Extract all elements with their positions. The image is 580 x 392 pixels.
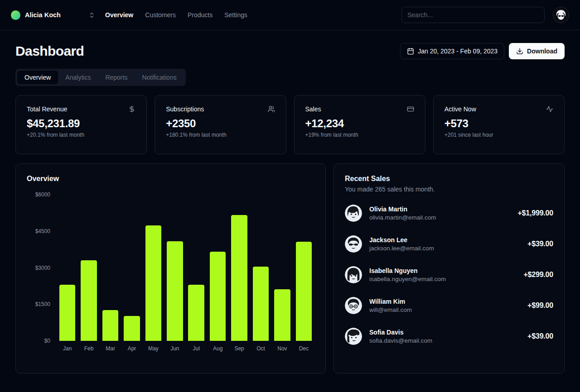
bar-may	[145, 225, 162, 341]
stat-change: +19% from last month	[305, 132, 414, 138]
customer-name: Jackson Lee	[369, 236, 434, 244]
bar-oct	[253, 267, 269, 341]
y-axis-tick: $3000	[35, 265, 50, 271]
search-input[interactable]	[401, 7, 545, 23]
download-label: Download	[527, 48, 557, 55]
stat-card: Sales +12,234 +19% from last month	[294, 95, 425, 154]
bar-jun	[167, 241, 183, 341]
stat-card-title: Subscriptions	[166, 105, 204, 113]
sale-list-item: William Kim will@email.com +$99.00	[345, 297, 553, 314]
stats-grid: Total Revenue $45,231.89 +20.1% from las…	[15, 95, 565, 154]
bar-column	[121, 195, 142, 341]
users-icon	[268, 105, 275, 113]
x-axis-label: Mar	[100, 345, 121, 352]
sale-amount: +$1,999.00	[517, 209, 553, 217]
bar-column	[78, 195, 99, 341]
tab[interactable]: Reports	[98, 71, 135, 84]
chevrons-up-down-icon	[88, 12, 95, 19]
user-avatar[interactable]	[553, 7, 569, 23]
bar-nov	[274, 289, 290, 341]
bar-feb	[81, 260, 97, 341]
x-axis-label: Dec	[293, 345, 314, 352]
x-axis-label: Nov	[271, 345, 293, 352]
chart-x-axis: JanFebMarAprMayJunJulAugSepOctNovDec	[57, 345, 314, 352]
stat-value: +573	[445, 117, 553, 130]
customer-name: William Kim	[369, 298, 412, 305]
recent-sales-title: Recent Sales	[345, 175, 553, 183]
nav-link[interactable]: Customers	[145, 11, 176, 19]
customer-avatar	[345, 297, 362, 314]
x-axis-label: Feb	[78, 345, 99, 352]
stat-card-title: Sales	[305, 105, 321, 113]
x-axis-label: Oct	[250, 345, 271, 352]
customer-email: will@email.com	[369, 306, 412, 313]
sale-amount: +$39.00	[527, 240, 553, 248]
stat-card: Total Revenue $45,231.89 +20.1% from las…	[15, 95, 147, 154]
bar-column	[143, 195, 164, 341]
bar-jan	[59, 285, 76, 341]
bar-chart-plot	[57, 195, 314, 341]
bar-mar	[102, 310, 119, 341]
bar-sep	[231, 215, 247, 341]
customer-avatar	[345, 235, 362, 253]
x-axis-label: Jul	[186, 345, 207, 352]
overview-chart-card: Overview $6000$4500$3000$1500$0 JanFebMa…	[15, 163, 326, 373]
bar-aug	[210, 252, 226, 341]
bar-jul	[188, 285, 204, 341]
bar-column	[164, 195, 185, 341]
top-navbar: Alicia Koch OverviewCustomersProductsSet…	[0, 0, 580, 30]
x-axis-label: Apr	[121, 345, 142, 352]
bar-column	[186, 195, 207, 341]
x-axis-label: May	[143, 345, 164, 352]
sale-amount: +$39.00	[527, 332, 553, 340]
main-nav: OverviewCustomersProductsSettings	[105, 11, 247, 19]
sale-amount: +$299.00	[523, 271, 553, 279]
chart-title: Overview	[27, 175, 314, 183]
stat-card: Subscriptions +2350 +180.1% from last mo…	[155, 95, 286, 154]
date-range-picker-button[interactable]: Jan 20, 2023 - Feb 09, 2023	[400, 43, 504, 59]
stat-change: +180.1% from last month	[166, 132, 275, 138]
customer-name: Sofia Davis	[369, 329, 432, 336]
dollar-sign-icon	[128, 105, 135, 113]
recent-sales-list: Olivia Martin olivia.martin@email.com +$…	[345, 205, 553, 345]
credit-card-icon	[407, 105, 414, 113]
tab[interactable]: Overview	[17, 71, 58, 84]
sale-list-item: Sofia Davis sofia.davis@email.com +$39.0…	[345, 328, 553, 345]
sale-amount: +$99.00	[527, 301, 553, 310]
tab-list: OverviewAnalyticsReportsNotifications	[15, 69, 186, 86]
sale-list-item: Olivia Martin olivia.martin@email.com +$…	[345, 205, 553, 222]
stat-value: +2350	[166, 117, 275, 130]
customer-name: Isabella Nguyen	[369, 267, 446, 274]
x-axis-label: Sep	[228, 345, 250, 352]
customer-email: sofia.davis@email.com	[369, 337, 432, 344]
nav-link[interactable]: Products	[188, 11, 213, 19]
customer-email: jackson.lee@email.com	[369, 245, 434, 252]
stat-card-title: Active Now	[445, 105, 476, 113]
y-axis-tick: $6000	[35, 191, 50, 198]
team-name: Alicia Koch	[25, 11, 88, 19]
x-axis-label: Jan	[57, 345, 78, 352]
bar-column	[100, 195, 121, 341]
stat-value: $45,231.89	[27, 117, 135, 130]
stat-change: +20.1% from last month	[27, 132, 135, 138]
tab[interactable]: Notifications	[135, 71, 184, 84]
download-button[interactable]: Download	[509, 43, 565, 59]
bar-apr	[124, 316, 140, 341]
x-axis-label: Jun	[164, 345, 185, 352]
date-range-label: Jan 20, 2023 - Feb 09, 2023	[418, 48, 498, 55]
customer-avatar	[345, 328, 362, 345]
nav-link[interactable]: Settings	[224, 11, 247, 19]
stat-card: Active Now +573 +201 since last hour	[433, 95, 565, 154]
page-header: Dashboard Jan 20, 2023 - Feb 09, 2023 Do…	[15, 43, 565, 59]
nav-link[interactable]: Overview	[105, 11, 133, 19]
activity-icon	[546, 105, 553, 113]
bar-column	[207, 195, 228, 341]
calendar-icon	[407, 48, 414, 55]
tab[interactable]: Analytics	[58, 71, 98, 84]
recent-sales-card: Recent Sales You made 265 sales this mon…	[334, 163, 565, 373]
stat-card-title: Total Revenue	[27, 105, 68, 113]
team-switcher[interactable]: Alicia Koch	[11, 10, 95, 20]
download-icon	[516, 48, 523, 55]
nav-right	[401, 7, 569, 23]
bar-column	[250, 195, 271, 341]
